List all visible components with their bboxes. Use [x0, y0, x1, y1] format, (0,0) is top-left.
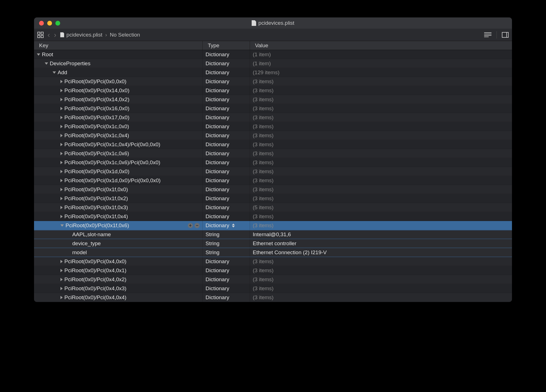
type-cell[interactable]: Dictionary — [203, 293, 250, 302]
table-row[interactable]: PciRoot(0x0)/Pci(0x1c,0x4)Dictionary(3 i… — [34, 131, 512, 140]
value-cell[interactable]: Internal@0,31,6 — [250, 230, 512, 239]
key-cell[interactable]: PciRoot(0x0)/Pci(0x4,0x0) — [34, 257, 203, 266]
value-cell[interactable]: (3 items) — [250, 266, 512, 275]
value-cell[interactable]: (3 items) — [250, 212, 512, 221]
value-cell[interactable]: (3 items) — [250, 77, 512, 86]
table-row[interactable]: PciRoot(0x0)/Pci(0x4,0x3)Dictionary(3 it… — [34, 284, 512, 293]
value-cell[interactable]: (3 items) — [250, 149, 512, 158]
key-cell[interactable]: AAPL,slot-name — [34, 230, 203, 239]
zoom-icon[interactable] — [55, 21, 60, 26]
table-row[interactable]: PciRoot(0x0)/Pci(0x1f,0x6)+−Dictionary(3… — [34, 221, 512, 230]
type-cell[interactable]: Dictionary — [203, 140, 250, 149]
value-cell[interactable]: (3 items) — [250, 140, 512, 149]
value-cell[interactable]: (3 items) — [250, 221, 512, 230]
table-row[interactable]: DevicePropertiesDictionary(1 item) — [34, 59, 512, 68]
value-cell[interactable]: (3 items) — [250, 176, 512, 185]
disclosure-right-icon[interactable] — [60, 116, 63, 119]
disclosure-right-icon[interactable] — [60, 98, 63, 101]
value-cell[interactable]: Ethernet controller — [250, 239, 512, 248]
type-cell[interactable]: Dictionary — [203, 86, 250, 95]
table-row[interactable]: PciRoot(0x0)/Pci(0x1d,0x0)Dictionary(3 i… — [34, 167, 512, 176]
key-cell[interactable]: PciRoot(0x0)/Pci(0x1f,0x2) — [34, 194, 203, 203]
type-cell[interactable]: Dictionary — [203, 59, 250, 68]
key-cell[interactable]: PciRoot(0x0)/Pci(0x14,0x0) — [34, 86, 203, 95]
type-cell[interactable]: Dictionary — [203, 266, 250, 275]
table-row[interactable]: RootDictionary(1 item) — [34, 50, 512, 59]
header-value[interactable]: Value — [250, 41, 512, 50]
type-cell[interactable]: String — [203, 239, 250, 248]
disclosure-right-icon[interactable] — [60, 269, 63, 272]
key-cell[interactable]: model — [34, 248, 203, 257]
value-cell[interactable]: (3 items) — [250, 194, 512, 203]
type-cell[interactable]: Dictionary — [203, 284, 250, 293]
type-cell[interactable]: Dictionary — [203, 185, 250, 194]
disclosure-down-icon[interactable] — [45, 62, 48, 65]
value-cell[interactable]: (5 items) — [250, 203, 512, 212]
type-cell[interactable]: Dictionary — [203, 50, 250, 59]
value-cell[interactable]: Ethernet Connection (2) I219-V — [250, 248, 512, 257]
value-cell[interactable]: (3 items) — [250, 122, 512, 131]
table-row[interactable]: PciRoot(0x0)/Pci(0x4,0x4)Dictionary(3 it… — [34, 293, 512, 302]
key-cell[interactable]: PciRoot(0x0)/Pci(0x1f,0x4) — [34, 212, 203, 221]
disclosure-right-icon[interactable] — [60, 107, 63, 110]
disclosure-right-icon[interactable] — [60, 260, 63, 263]
key-cell[interactable]: PciRoot(0x0)/Pci(0x4,0x2) — [34, 275, 203, 284]
type-cell[interactable]: Dictionary — [203, 176, 250, 185]
header-type[interactable]: Type — [203, 41, 250, 50]
key-cell[interactable]: PciRoot(0x0)/Pci(0x0,0x0) — [34, 77, 203, 86]
nav-back-icon[interactable]: ‹ — [48, 31, 50, 39]
table-row[interactable]: AAPL,slot-nameStringInternal@0,31,6 — [34, 230, 512, 239]
key-cell[interactable]: PciRoot(0x0)/Pci(0x1f,0x6)+− — [34, 221, 203, 230]
type-cell[interactable]: Dictionary — [203, 212, 250, 221]
value-cell[interactable]: (3 items) — [250, 284, 512, 293]
disclosure-right-icon[interactable] — [60, 179, 63, 182]
type-cell[interactable]: Dictionary — [203, 68, 250, 77]
table-row[interactable]: PciRoot(0x0)/Pci(0x0,0x0)Dictionary(3 it… — [34, 77, 512, 86]
type-cell[interactable]: Dictionary — [203, 95, 250, 104]
disclosure-right-icon[interactable] — [60, 197, 63, 200]
table-row[interactable]: PciRoot(0x0)/Pci(0x1c,0x6)/Pci(0x0,0x0)D… — [34, 158, 512, 167]
disclosure-down-icon[interactable] — [60, 224, 64, 227]
value-cell[interactable]: (3 items) — [250, 275, 512, 284]
value-cell[interactable]: (3 items) — [250, 257, 512, 266]
disclosure-right-icon[interactable] — [60, 152, 63, 155]
key-cell[interactable]: PciRoot(0x0)/Pci(0x1f,0x3) — [34, 203, 203, 212]
type-cell[interactable]: Dictionary — [203, 257, 250, 266]
breadcrumb[interactable]: pcidevices.plist › No Selection — [60, 32, 140, 38]
value-cell[interactable]: (1 item) — [250, 59, 512, 68]
key-cell[interactable]: PciRoot(0x0)/Pci(0x1c,0x0) — [34, 122, 203, 131]
key-cell[interactable]: PciRoot(0x0)/Pci(0x1c,0x4)/Pci(0x0,0x0) — [34, 140, 203, 149]
key-cell[interactable]: PciRoot(0x0)/Pci(0x1c,0x6)/Pci(0x0,0x0) — [34, 158, 203, 167]
key-cell[interactable]: PciRoot(0x0)/Pci(0x1f,0x0) — [34, 185, 203, 194]
disclosure-right-icon[interactable] — [60, 206, 63, 209]
related-items-icon[interactable] — [37, 32, 44, 38]
minimize-icon[interactable] — [47, 21, 52, 26]
table-row[interactable]: PciRoot(0x0)/Pci(0x1f,0x0)Dictionary(3 i… — [34, 185, 512, 194]
disclosure-right-icon[interactable] — [60, 80, 63, 83]
key-cell[interactable]: PciRoot(0x0)/Pci(0x14,0x2) — [34, 95, 203, 104]
type-cell[interactable]: Dictionary — [203, 131, 250, 140]
type-cell[interactable]: Dictionary — [203, 158, 250, 167]
disclosure-right-icon[interactable] — [60, 278, 63, 281]
table-row[interactable]: AddDictionary(129 items) — [34, 68, 512, 77]
type-cell[interactable]: Dictionary — [203, 77, 250, 86]
value-cell[interactable]: (3 items) — [250, 95, 512, 104]
table-row[interactable]: PciRoot(0x0)/Pci(0x4,0x2)Dictionary(3 it… — [34, 275, 512, 284]
value-cell[interactable]: (3 items) — [250, 293, 512, 302]
table-row[interactable]: PciRoot(0x0)/Pci(0x4,0x0)Dictionary(3 it… — [34, 257, 512, 266]
key-cell[interactable]: Root — [34, 50, 203, 59]
value-cell[interactable]: (1 item) — [250, 50, 512, 59]
key-cell[interactable]: PciRoot(0x0)/Pci(0x1c,0x4) — [34, 131, 203, 140]
disclosure-right-icon[interactable] — [60, 161, 63, 164]
value-cell[interactable]: (3 items) — [250, 158, 512, 167]
toggle-panel-icon[interactable] — [502, 32, 509, 38]
plist-tree[interactable]: RootDictionary(1 item)DevicePropertiesDi… — [34, 50, 512, 302]
value-cell[interactable]: (3 items) — [250, 167, 512, 176]
table-row[interactable]: PciRoot(0x0)/Pci(0x1c,0x4)/Pci(0x0,0x0)D… — [34, 140, 512, 149]
table-row[interactable]: PciRoot(0x0)/Pci(0x14,0x2)Dictionary(3 i… — [34, 95, 512, 104]
value-cell[interactable]: (3 items) — [250, 86, 512, 95]
text-mode-icon[interactable] — [484, 32, 491, 37]
type-cell[interactable]: Dictionary — [203, 122, 250, 131]
type-cell[interactable]: String — [203, 230, 250, 239]
disclosure-right-icon[interactable] — [60, 188, 63, 191]
